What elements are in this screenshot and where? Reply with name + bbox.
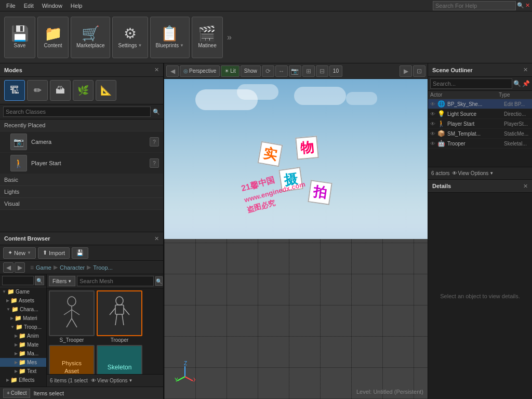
new-button[interactable]: ✦ New ▼ [3,247,36,259]
player-start-add-button[interactable]: ? [150,158,159,168]
details-close-button[interactable]: ✕ [523,183,528,190]
tree-effects-folder[interactable]: ▶ 📁 Effects [0,376,46,384]
marketplace-button[interactable]: 🛒 Marketplace [71,17,110,58]
viewport-canvas[interactable]: 实 物 拍 摄 21馨中国 www.enginedx.com 盗图必究 Z X … [164,79,428,399]
svg-text:Skeleton: Skeleton [108,364,132,371]
tree-tex-folder[interactable]: ▶ 📁 Text [0,367,46,376]
lit-button[interactable]: ☀ Lit [221,65,240,77]
rotate-icon-btn[interactable]: ⟳ [262,65,274,77]
scene-row-light[interactable]: 👁 💡 Light Source Directio... [428,109,532,119]
tree-game-folder[interactable]: ▼ 📁 Game [0,287,46,296]
toolbar-expand-icon[interactable]: » [227,33,232,42]
settings-button[interactable]: ⚙ Settings ▼ [112,17,148,58]
perspective-button[interactable]: ◎ Perspective [180,65,220,77]
tree-mat1-folder[interactable]: ▶ 📁 Mate [0,340,46,349]
eye-light-icon[interactable]: 👁 [430,111,435,117]
tree-search-button[interactable]: 🔍 [35,276,44,285]
scene-row-player-start[interactable]: 👁 🚶 Player Start PlayerSt... [428,119,532,129]
tree-materials-folder[interactable]: ▶ 📁 Materi [0,314,46,323]
breadcrumb-character[interactable]: Character [60,264,85,271]
help-search-input[interactable] [433,1,516,10]
tree-assets-folder[interactable]: ▶ 📁 Assets [0,296,46,305]
scene-row-sm-template[interactable]: 👁 📦 SM_Templat... StaticMe... [428,129,532,139]
view-options-arrow-icon: ▼ [129,378,133,383]
import-button[interactable]: ⬆ Import [38,247,70,259]
tree-search-input[interactable] [2,276,34,285]
collect-button[interactable]: + Collect [3,389,30,398]
place-mode-button[interactable]: 🏗 [4,80,25,101]
matinee-button[interactable]: 🎬 Matinee [192,17,223,58]
asset-search-button[interactable]: 🔍 [155,276,163,286]
paint-mode-button[interactable]: ✏ [27,80,48,101]
menu-file[interactable]: File [2,2,20,10]
svg-text:Asset: Asset [64,368,79,374]
menu-edit[interactable]: Edit [20,2,38,10]
asset-tile-skeleton[interactable]: Skeleton Skeleton [97,345,142,374]
scene-search-input[interactable] [430,78,512,89]
menu-help[interactable]: Help [66,2,87,10]
visual-section[interactable]: Visual [0,198,163,210]
translate-icon-btn[interactable]: ↔ [275,65,288,77]
menu-window[interactable]: Window [38,2,66,10]
grid-icon-btn[interactable]: ⊞ [302,65,315,77]
breadcrumb-troop[interactable]: Troop... [93,264,113,271]
scene-pin-icon[interactable]: 📌 [522,80,530,87]
save-button[interactable]: 💾 Save [4,17,35,58]
breadcrumb-game[interactable]: Game [36,264,51,271]
plus-icon: + [7,390,10,396]
geometry-mode-button[interactable]: 📐 [96,80,116,101]
landscape-mode-button[interactable]: 🏔 [50,80,71,101]
camera-item[interactable]: 📷 Camera ? [0,131,163,153]
recently-placed-section[interactable]: Recently Placed [0,119,163,131]
tree-mat2-folder[interactable]: ▶ 📁 Ma... [0,349,46,358]
close-icon[interactable]: ✕ [525,2,530,9]
show-button[interactable]: Show [241,65,261,77]
scene-view-options-button[interactable]: 👁 View Options ▼ [452,170,494,176]
fov-display[interactable]: 10 [329,65,342,77]
asset-tile-trooper[interactable]: Trooper [97,290,142,343]
asset-search-input[interactable] [77,276,154,286]
scene-search-icon[interactable]: 🔍 [513,80,521,87]
tree-troop-folder[interactable]: ▼ 📁 Troop... [0,323,46,331]
asset-tile-physics1[interactable]: Physics Asset Physics Asset [49,345,95,374]
tree-meshes-folder[interactable]: ▶ 📁 Mes [0,358,46,367]
camera-add-button[interactable]: ? [150,137,159,147]
viewport-more-btn[interactable]: ▶ [400,65,412,77]
scene-columns: Actor Type [428,91,532,99]
forward-button[interactable]: ▶ [15,262,25,273]
asset-tile-s-trooper[interactable]: S_Trooper [49,290,95,343]
camera-icon-btn[interactable]: 📷 [289,65,301,77]
viewport-maximize-btn[interactable]: ⊡ [413,65,425,77]
filters-button[interactable]: Filters ▼ [49,276,75,286]
modes-close-button[interactable]: ✕ [154,66,159,73]
scene-row-trooper[interactable]: 👁 🤖 Trooper Skeletal... [428,139,532,149]
basic-section[interactable]: Basic [0,174,163,186]
grid-snap-btn[interactable]: ⊟ [316,65,328,77]
view-options-button[interactable]: 👁 View Options ▼ [91,378,133,383]
search-classes-input[interactable] [3,107,151,117]
breadcrumb-list-icon: ≡ [30,264,34,271]
eye-trooper-icon[interactable]: 👁 [430,141,435,147]
s-trooper-preview [54,295,90,331]
bottom-bar: + Collect Items select [0,387,163,399]
save-all-button[interactable]: 💾 [72,247,88,259]
tree-character-folder[interactable]: ▼ 📁 Chara... [0,305,46,314]
player-start-item[interactable]: 🚶 Player Start ? [0,153,163,174]
blueprints-button[interactable]: 📋 Blueprints ▼ [150,17,190,58]
eye-sm-icon[interactable]: 👁 [430,131,435,137]
eye-sky-icon[interactable]: 👁 [430,101,435,107]
eye-player-icon[interactable]: 👁 [430,121,435,127]
back-button[interactable]: ◀ [3,262,14,273]
foliage-mode-button[interactable]: 🌿 [73,80,94,101]
lights-section[interactable]: Lights [0,186,163,198]
content-browser-close-button[interactable]: ✕ [154,235,159,242]
content-button[interactable]: 📁 Content [37,17,69,58]
scene-outliner-close-button[interactable]: ✕ [523,66,528,73]
viewport[interactable]: ◀ ◎ Perspective ☀ Lit Show ⟳ ↔ 📷 ⊞ ⊟ 10 … [164,63,428,399]
scene-row-sky[interactable]: 👁 🌐 BP_Sky_She... Edit BP... [428,99,532,109]
search-classes-icon[interactable]: 🔍 [153,109,160,115]
content-browser-header: Content Browser ✕ [0,232,163,245]
viewport-arrow-button[interactable]: ◀ [166,65,179,77]
tree-anim-folder[interactable]: ▶ 📁 Anim [0,331,46,340]
search-icon[interactable]: 🔍 [517,2,524,9]
